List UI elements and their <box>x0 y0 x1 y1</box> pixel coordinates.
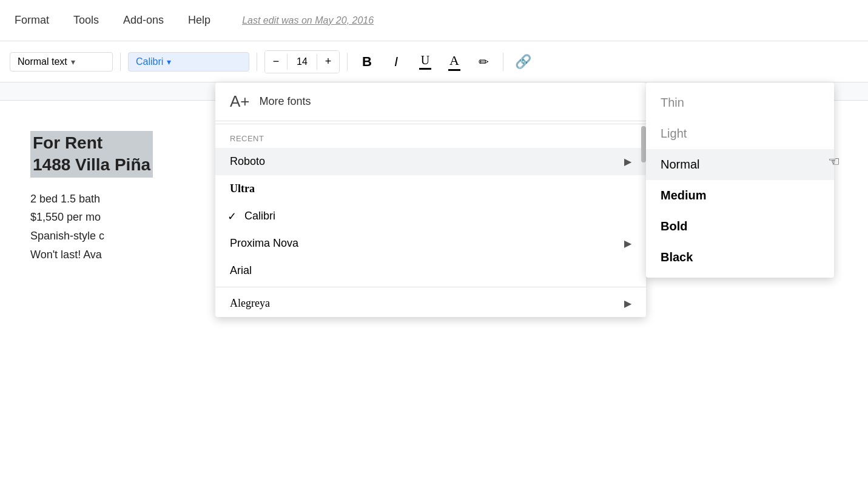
font-dropdown-menu: A+ More fonts RECENT Roboto ▶ Ultra ✓ Ca… <box>215 82 646 317</box>
style-label: Normal text <box>18 56 67 67</box>
calibri-check-icon: ✓ <box>227 210 237 223</box>
font-size-control: − 14 + <box>264 50 340 73</box>
menu-bar: Format Tools Add-ons Help Last edit was … <box>0 0 868 41</box>
font-item-roboto[interactable]: Roboto ▶ <box>215 148 646 175</box>
weight-item-medium[interactable]: Medium <box>646 180 834 211</box>
font-alegreya-arrow: ▶ <box>624 298 631 309</box>
font-dropdown-trigger[interactable]: Calibri ▾ <box>128 52 249 72</box>
toolbar: Normal text ▾ Calibri ▾ − 14 + B I U A ✏… <box>0 41 868 82</box>
weight-item-bold[interactable]: Bold <box>646 211 834 242</box>
more-fonts-icon: A+ <box>230 92 250 111</box>
font-item-arial[interactable]: Arial <box>215 257 646 284</box>
font-name-proxima: Proxima Nova <box>230 237 298 250</box>
underline-a-letter: U <box>421 53 429 67</box>
separator-1 <box>120 53 121 71</box>
weight-bold-label: Bold <box>661 219 687 233</box>
bold-button[interactable]: B <box>355 50 379 74</box>
font-divider-bottom <box>215 287 646 287</box>
link-icon: 🔗 <box>515 54 531 70</box>
underline-line <box>419 68 431 70</box>
font-size-value[interactable]: 14 <box>287 54 317 70</box>
weight-dropdown: Thin Light Normal ☞ Medium Bold Black <box>646 82 834 278</box>
doc-heading-line1: For Rent <box>33 132 150 154</box>
doc-heading: For Rent 1488 Villa Piña <box>30 131 153 178</box>
cursor-hand-icon: ☞ <box>828 154 840 170</box>
font-item-proxima[interactable]: Proxima Nova ▶ <box>215 230 646 257</box>
font-name-alegreya: Alegreya <box>230 297 270 310</box>
underline-icon: U <box>419 53 431 70</box>
font-divider-top <box>215 124 646 124</box>
font-size-decrease[interactable]: − <box>265 51 287 73</box>
font-color-icon: A <box>448 53 460 71</box>
more-fonts-row[interactable]: A+ More fonts <box>215 82 646 121</box>
highlight-icon: ✏ <box>479 55 489 69</box>
weight-medium-label: Medium <box>661 189 707 202</box>
menu-tools[interactable]: Tools <box>69 12 104 29</box>
font-color-line <box>448 69 460 71</box>
weight-black-label: Black <box>661 250 693 264</box>
weight-normal-label: Normal <box>661 158 699 171</box>
menu-format[interactable]: Format <box>10 12 54 29</box>
last-edit-text: Last edit was on May 20, 2016 <box>242 15 374 26</box>
font-size-increase[interactable]: + <box>317 51 339 73</box>
separator-3 <box>347 53 348 71</box>
font-name-roboto: Roboto <box>230 155 265 168</box>
font-item-alegreya[interactable]: Alegreya ▶ <box>215 290 646 317</box>
font-name-ultra: Ultra <box>230 182 255 195</box>
style-dropdown[interactable]: Normal text ▾ <box>10 52 113 72</box>
font-roboto-arrow: ▶ <box>624 156 631 167</box>
weight-light-label: Light <box>661 127 687 140</box>
italic-button[interactable]: I <box>384 50 408 74</box>
highlight-button[interactable]: ✏ <box>471 50 496 74</box>
font-color-a: A <box>449 53 459 69</box>
more-fonts-label: More fonts <box>260 95 311 108</box>
separator-4 <box>503 53 503 71</box>
weight-item-thin[interactable]: Thin <box>646 87 834 118</box>
style-arrow-icon: ▾ <box>71 57 75 67</box>
font-arrow-icon: ▾ <box>167 57 171 67</box>
dropdown-scrollbar-thumb[interactable] <box>641 126 646 162</box>
link-button[interactable]: 🔗 <box>511 50 535 74</box>
recent-label: RECENT <box>215 127 646 148</box>
underline-button[interactable]: U <box>413 50 437 74</box>
font-name-arial: Arial <box>230 264 252 277</box>
separator-2 <box>257 53 257 71</box>
font-color-button[interactable]: A <box>442 50 466 74</box>
weight-item-normal[interactable]: Normal ☞ <box>646 149 834 180</box>
menu-help[interactable]: Help <box>183 12 215 29</box>
font-label: Calibri <box>136 56 163 67</box>
weight-item-black[interactable]: Black <box>646 242 834 273</box>
font-proxima-arrow: ▶ <box>624 238 631 249</box>
menu-addons[interactable]: Add-ons <box>118 12 169 29</box>
font-item-calibri[interactable]: ✓ Calibri <box>215 202 646 230</box>
doc-heading-line2: 1488 Villa Piña <box>33 154 150 176</box>
font-name-calibri: Calibri <box>244 210 275 222</box>
font-item-ultra[interactable]: Ultra <box>215 175 646 202</box>
weight-thin-label: Thin <box>661 96 684 109</box>
weight-item-light[interactable]: Light <box>646 118 834 149</box>
